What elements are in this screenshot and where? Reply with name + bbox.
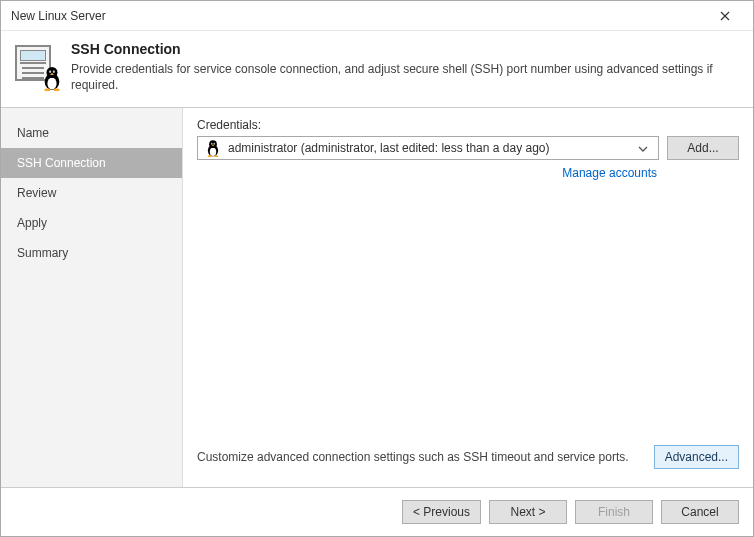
linux-penguin-icon — [204, 139, 222, 157]
titlebar: New Linux Server — [1, 1, 753, 31]
header-description: Provide credentials for service console … — [71, 61, 739, 93]
header-icon — [15, 43, 59, 87]
cancel-button[interactable]: Cancel — [661, 500, 739, 524]
advanced-button[interactable]: Advanced... — [654, 445, 739, 469]
next-button[interactable]: Next > — [489, 500, 567, 524]
wizard-steps-sidebar: Name SSH Connection Review Apply Summary — [1, 108, 183, 487]
window-title: New Linux Server — [11, 9, 705, 23]
header-text: SSH Connection Provide credentials for s… — [71, 41, 739, 93]
advanced-hint-text: Customize advanced connection settings s… — [197, 450, 644, 464]
credentials-label: Credentials: — [197, 118, 739, 132]
step-ssh-connection[interactable]: SSH Connection — [1, 148, 182, 178]
close-icon — [720, 11, 730, 21]
step-apply[interactable]: Apply — [1, 208, 182, 238]
add-credentials-button[interactable]: Add... — [667, 136, 739, 160]
credentials-selected-value: administrator (administrator, last edite… — [228, 141, 634, 155]
credentials-dropdown[interactable]: administrator (administrator, last edite… — [197, 136, 659, 160]
wizard-footer: < Previous Next > Finish Cancel — [1, 487, 753, 536]
wizard-content: Credentials: administrator (administrato… — [183, 108, 753, 487]
step-name[interactable]: Name — [1, 118, 182, 148]
manage-accounts-link[interactable]: Manage accounts — [562, 166, 657, 180]
step-summary[interactable]: Summary — [1, 238, 182, 268]
close-button[interactable] — [705, 2, 745, 30]
linux-penguin-icon — [41, 65, 63, 91]
finish-button: Finish — [575, 500, 653, 524]
wizard-body: Name SSH Connection Review Apply Summary… — [1, 108, 753, 487]
wizard-window: New Linux Server SSH Connection Provide … — [0, 0, 754, 537]
chevron-down-icon — [634, 141, 652, 155]
previous-button[interactable]: < Previous — [402, 500, 481, 524]
wizard-header: SSH Connection Provide credentials for s… — [1, 31, 753, 108]
header-title: SSH Connection — [71, 41, 739, 57]
step-review[interactable]: Review — [1, 178, 182, 208]
